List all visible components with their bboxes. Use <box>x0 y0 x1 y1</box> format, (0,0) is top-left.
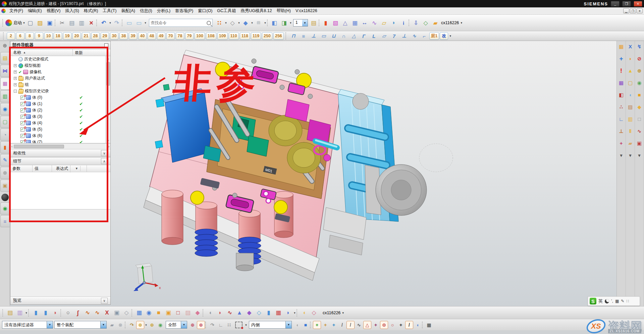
separator[interactable] <box>310 322 313 328</box>
mesh-hole-icon[interactable]: ◉ <box>144 308 154 318</box>
snap-endpoint-icon[interactable]: + <box>321 321 329 329</box>
copy-face-icon[interactable]: ▣ <box>164 308 173 318</box>
web-browser-tab[interactable]: ◉ <box>0 103 10 115</box>
clip-section-2-icon[interactable]: ◨ <box>279 18 289 28</box>
toolbar-grip[interactable] <box>2 19 4 27</box>
grid-icon[interactable]: ▦ <box>425 321 433 329</box>
menu-item[interactable]: 信息(I) <box>138 8 155 14</box>
box-move-icon[interactable]: ▣ <box>112 308 121 318</box>
filter-boxed-icon[interactable]: ⊕ <box>136 321 144 329</box>
separator[interactable] <box>267 19 269 26</box>
overflow-down-icon[interactable]: ▾ <box>617 151 626 159</box>
separator[interactable] <box>96 19 99 26</box>
color-map-icon[interactable]: ▦ <box>617 79 626 87</box>
sketch-icon[interactable]: ◇ <box>122 308 131 318</box>
snap-cross-icon[interactable]: + <box>397 321 405 329</box>
clock-tab[interactable]: ◔ <box>0 129 10 141</box>
layer-number-button[interactable]: 9 <box>35 32 43 40</box>
part-navigator-tab[interactable]: ▦ <box>0 78 10 90</box>
expander-icon[interactable] <box>14 70 17 74</box>
overflow-down-icon[interactable]: ▾ <box>635 151 644 159</box>
x-sort-icon[interactable]: X <box>626 42 635 51</box>
layer-number-button[interactable]: 250 <box>262 32 272 40</box>
dropdown-caret[interactable]: ▾ <box>251 18 254 28</box>
dropdown-caret[interactable]: ▾ <box>289 18 292 28</box>
snap-arc-center-icon[interactable]: + <box>372 321 380 329</box>
overflow-down-icon[interactable]: ▾ <box>626 151 635 159</box>
chevron-down-icon[interactable]: ▾ <box>449 34 452 38</box>
ruled-icon[interactable]: ◇ <box>309 308 319 318</box>
separator[interactable] <box>205 322 208 328</box>
separator[interactable] <box>125 322 127 328</box>
crosshair-icon[interactable]: ⊕ <box>189 321 197 329</box>
expander-icon[interactable] <box>14 77 17 80</box>
mold-base-icon[interactable]: ⊥ <box>309 32 318 40</box>
expander-icon[interactable] <box>14 64 17 67</box>
snap-point-icon[interactable]: ∷ <box>215 18 224 28</box>
curve-hook2-icon[interactable]: ∿ <box>93 308 102 318</box>
crosshair-boxed-icon[interactable]: ⊕ <box>197 321 205 329</box>
dropdown-caret[interactable]: ▾ <box>264 18 267 28</box>
filter-crosshair-icon[interactable]: ⊕ <box>635 66 644 75</box>
layer-number-button[interactable]: 8 <box>25 32 34 40</box>
separator[interactable] <box>422 322 425 328</box>
menu-item[interactable]: 视图(V) <box>44 8 63 14</box>
export-icon[interactable]: ◇ <box>421 18 430 28</box>
separator[interactable] <box>409 19 411 26</box>
layer-number-button[interactable]: 100 <box>195 32 205 40</box>
chevron-down-icon[interactable]: ▾ <box>22 21 25 25</box>
layer-number-button[interactable]: 6 <box>16 32 24 40</box>
touch-tab[interactable]: ◉ <box>0 202 10 214</box>
snap-poly-icon[interactable]: △ <box>363 321 371 329</box>
menu-item[interactable]: 文件(F) <box>7 8 25 14</box>
bridge-curve-icon[interactable]: ʃ <box>73 308 83 318</box>
pan-move-icon[interactable]: + <box>617 54 626 63</box>
import-icon[interactable]: ⇩ <box>411 18 421 28</box>
toolbar-grip[interactable] <box>285 32 287 40</box>
separator[interactable] <box>122 19 124 26</box>
work-layer-combo[interactable]: 1 ▼ <box>293 19 308 27</box>
layer-number-button[interactable]: 39 <box>129 32 137 40</box>
orange-sheet-icon[interactable]: ◆ <box>635 103 644 111</box>
layer1-button[interactable]: 层1 <box>429 32 439 40</box>
details-section[interactable]: 细节 ∧ <box>10 157 110 165</box>
history-tab[interactable]: ▢ <box>0 116 10 128</box>
layer-number-button[interactable]: 19 <box>63 32 71 40</box>
separator[interactable] <box>131 309 134 317</box>
layer-number-button[interactable]: 30 <box>110 32 118 40</box>
constraint-navigator-tab[interactable]: ⋈ <box>0 65 10 77</box>
child-restore-button[interactable]: ❐ <box>630 8 636 13</box>
col-value[interactable]: 值 <box>33 165 52 172</box>
runner-icon[interactable]: ⌐ <box>420 32 429 40</box>
cavity-arch-icon[interactable]: ∩ <box>339 32 348 40</box>
column-latest[interactable]: 最新 <box>73 49 110 56</box>
menu-item[interactable]: 装配(A) <box>119 8 138 14</box>
snap-cyl-icon[interactable]: ◖ <box>414 321 422 329</box>
alert-icon[interactable]: ! <box>617 66 626 75</box>
datum-axis-icon[interactable]: ⊥ <box>617 127 626 135</box>
moon-icon[interactable] <box>605 299 609 303</box>
undock-icon[interactable] <box>104 43 108 47</box>
chevron-down-icon[interactable]: ▼ <box>100 321 106 328</box>
selection-filter-dropdown[interactable]: 没有选择过滤器 ▼ <box>2 321 53 329</box>
layer-number-button[interactable]: 18 <box>54 32 62 40</box>
vertical-scrollbar[interactable]: ▲ ▼ <box>105 56 110 143</box>
ime-punct-label[interactable]: ’, <box>611 299 613 303</box>
snap-circle2-icon[interactable]: ○ <box>388 321 396 329</box>
wire-box-icon[interactable]: ▢ <box>626 79 635 87</box>
measure-gradient-icon[interactable]: ▮ <box>321 18 330 28</box>
sogou-icon[interactable]: S <box>590 298 596 304</box>
separator[interactable] <box>319 19 321 26</box>
minimize-button[interactable]: _ <box>611 1 620 7</box>
ime-grid-icon[interactable]: ∷ <box>626 299 629 303</box>
dome-surface-icon[interactable]: ◗ <box>283 308 293 318</box>
toolbar-grip[interactable] <box>2 309 4 317</box>
layer-number-button[interactable]: 21 <box>82 32 90 40</box>
start-menu-label[interactable]: 启动 <box>13 20 22 26</box>
link-icon[interactable]: ⊗ <box>116 321 124 329</box>
scroll-up-icon[interactable]: ▲ <box>107 56 109 61</box>
curve-point-icon[interactable]: ∿ <box>370 18 379 28</box>
marquee-select-icon[interactable] <box>235 322 243 328</box>
chevron-down-icon[interactable]: ▾ <box>341 311 344 315</box>
reuse-library-tab[interactable]: ▥ <box>0 90 10 102</box>
